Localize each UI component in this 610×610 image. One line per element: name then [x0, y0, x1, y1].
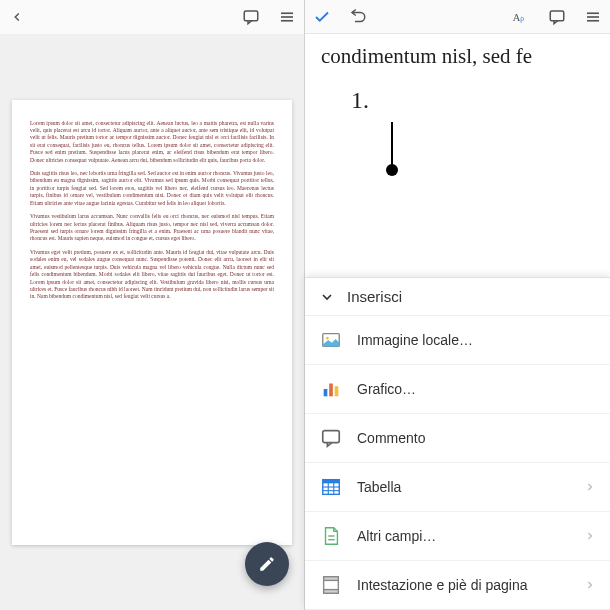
svg-point-11	[326, 337, 329, 340]
menu-item-label: Immagine locale…	[357, 332, 596, 348]
image-icon	[319, 328, 343, 352]
undo-icon[interactable]	[347, 6, 369, 28]
chevron-right-icon	[584, 481, 596, 493]
comment-icon	[319, 426, 343, 450]
table-icon	[319, 475, 343, 499]
menu-item-comment[interactable]: Commento	[305, 414, 610, 463]
insert-menu: Inserisci Immagine locale… Grafico… Comm…	[305, 277, 610, 610]
doc-paragraph: Lorem ipsum dolor sit amet, consectetur …	[30, 120, 274, 165]
svg-text:ρ: ρ	[520, 13, 524, 22]
doc-paragraph: Duis sagittis risus leo, nec lobortis ur…	[30, 170, 274, 207]
menu-item-label: Altri campi…	[357, 528, 570, 544]
chart-icon	[319, 377, 343, 401]
chevron-down-icon	[319, 289, 335, 305]
list-number: 1.	[351, 87, 594, 114]
svg-rect-17	[323, 480, 340, 484]
svg-rect-25	[324, 577, 339, 581]
document-page: Lorem ipsum dolor sit amet, consectetur …	[12, 100, 292, 545]
text-style-icon[interactable]: Aρ	[510, 6, 532, 28]
left-toolbar	[0, 0, 304, 34]
menu-item-header-footer[interactable]: Intestazione e piè di pagina	[305, 561, 610, 610]
menu-item-table[interactable]: Tabella	[305, 463, 610, 512]
chevron-right-icon	[584, 530, 596, 542]
header-footer-icon	[319, 573, 343, 597]
insert-menu-title: Inserisci	[347, 288, 402, 305]
comment-icon[interactable]	[546, 6, 568, 28]
page-icon	[319, 524, 343, 548]
menu-item-other-fields[interactable]: Altri campi…	[305, 512, 610, 561]
more-icon[interactable]	[582, 6, 604, 28]
menu-item-chart[interactable]: Grafico…	[305, 365, 610, 414]
menu-item-label: Commento	[357, 430, 596, 446]
text-cursor	[391, 122, 393, 170]
editor-text-fragment: condimentum nisl, sed fe	[321, 44, 594, 69]
document-preview[interactable]: Lorem ipsum dolor sit amet, consectetur …	[0, 34, 304, 610]
insert-menu-header[interactable]: Inserisci	[305, 278, 610, 316]
menu-item-label: Grafico…	[357, 381, 596, 397]
doc-paragraph: Vivamus vestibulum lacus accumsan. Nunc …	[30, 213, 274, 243]
menu-item-label: Intestazione e piè di pagina	[357, 577, 570, 593]
svg-rect-15	[323, 431, 340, 443]
chevron-right-icon	[584, 579, 596, 591]
back-icon[interactable]	[6, 6, 28, 28]
svg-rect-0	[244, 11, 258, 21]
right-toolbar: Aρ	[305, 0, 610, 34]
svg-rect-12	[324, 389, 328, 396]
svg-rect-26	[324, 590, 339, 594]
comment-icon[interactable]	[240, 6, 262, 28]
done-icon[interactable]	[311, 6, 333, 28]
menu-item-image[interactable]: Immagine locale…	[305, 316, 610, 365]
editor-content[interactable]: condimentum nisl, sed fe 1.	[305, 34, 610, 180]
more-icon[interactable]	[276, 6, 298, 28]
left-pane: Lorem ipsum dolor sit amet, consectetur …	[0, 0, 305, 610]
edit-fab-button[interactable]	[245, 542, 289, 586]
svg-rect-14	[335, 386, 339, 396]
menu-item-label: Tabella	[357, 479, 570, 495]
svg-rect-6	[550, 11, 564, 21]
svg-rect-13	[329, 384, 333, 397]
doc-paragraph: Vivamus eget velit pretium, posuere ex e…	[30, 249, 274, 301]
